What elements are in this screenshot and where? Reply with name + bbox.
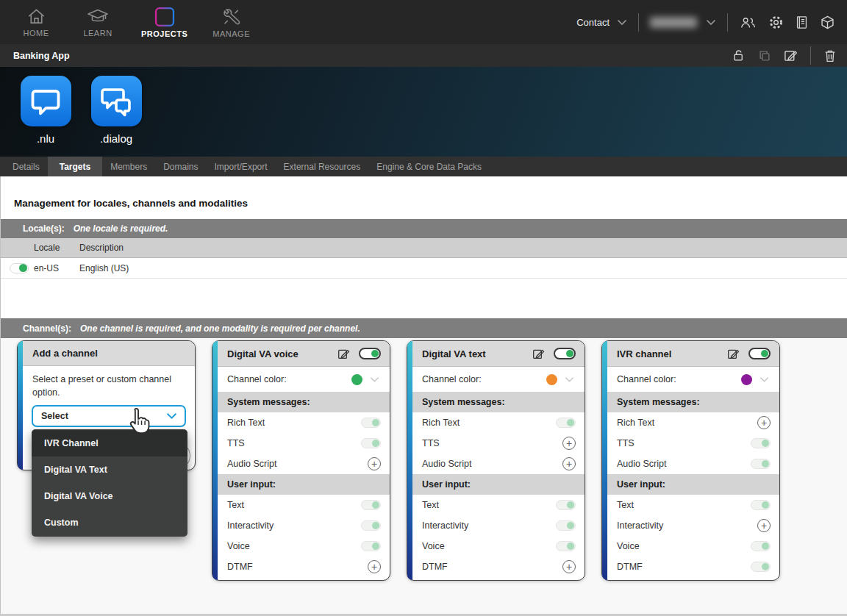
modality-row: Rich Text (212, 412, 390, 433)
modality-control[interactable] (562, 560, 576, 573)
chevron-down-icon (617, 19, 627, 26)
nav-manage[interactable]: MANAGE (212, 7, 250, 38)
chevron-down-icon (706, 19, 716, 26)
channel-preset-select[interactable]: Select (32, 405, 186, 427)
modality-row: Text (212, 495, 390, 515)
modality-control[interactable] (361, 438, 381, 448)
tab-import-export[interactable]: Import/Export (207, 157, 276, 176)
add-channel-title: Add a channel (32, 348, 186, 359)
channel-card-digital-va-voice: Digital VA voice Channel color: System m… (212, 340, 390, 581)
channel-enabled-toggle[interactable] (359, 348, 381, 359)
section-user-input: User input: (212, 474, 390, 495)
locale-enabled-toggle[interactable] (10, 263, 29, 273)
channel-card-ivr: IVR channel Channel color: System messag… (601, 340, 780, 581)
topnav-right: Contact (576, 13, 835, 32)
tab-details[interactable]: Details (4, 157, 48, 176)
edit-channel-button[interactable] (337, 348, 350, 360)
modality-row: Rich Text (407, 412, 585, 433)
edit-channel-button[interactable] (532, 348, 545, 360)
chevron-down-icon (166, 412, 177, 420)
modality-control[interactable] (751, 459, 771, 469)
user-account-menu[interactable] (650, 17, 716, 28)
project-bar: Banking App (0, 44, 847, 67)
modality-row: Audio Script (212, 454, 390, 474)
chevron-down-icon (565, 376, 574, 383)
menu-item-ivr-channel[interactable]: IVR Channel (32, 430, 187, 456)
copy-icon[interactable] (758, 49, 771, 62)
modality-control[interactable] (361, 541, 381, 551)
chevron-down-icon (760, 376, 769, 383)
contact-label: Contact (576, 17, 610, 28)
nlu-app-tile[interactable]: .nlu (20, 76, 71, 157)
package-icon[interactable] (820, 15, 835, 30)
modality-control[interactable] (556, 541, 576, 551)
channel-enabled-toggle[interactable] (554, 348, 576, 359)
menu-item-custom[interactable]: Custom (32, 509, 187, 536)
tab-targets[interactable]: Targets (48, 157, 102, 176)
modality-row: TTS (407, 433, 585, 454)
modality-control[interactable] (751, 438, 771, 448)
section-user-input: User input: (407, 474, 585, 495)
trash-icon[interactable] (823, 49, 837, 63)
select-value: Select (41, 411, 68, 421)
docs-icon[interactable] (795, 15, 809, 30)
modality-control[interactable] (751, 562, 771, 572)
channel-color-label: Channel color: (617, 374, 676, 384)
card-accent-bar (407, 341, 412, 580)
modality-control[interactable] (562, 457, 576, 470)
card-accent-bar (18, 341, 23, 470)
tab-engine-core-data-packs[interactable]: Engine & Core Data Packs (368, 157, 490, 176)
nav-manage-label: MANAGE (212, 29, 250, 38)
modality-control[interactable] (361, 500, 381, 510)
nav-home[interactable]: HOME (18, 7, 54, 38)
modality-row: Audio Script (407, 454, 585, 474)
channel-enabled-toggle[interactable] (748, 348, 771, 359)
modality-control[interactable] (757, 416, 771, 429)
modality-control[interactable] (751, 541, 771, 551)
gear-icon[interactable] (768, 15, 784, 30)
menu-item-digital-va-text[interactable]: Digital VA Text (32, 456, 187, 483)
tab-members[interactable]: Members (102, 157, 155, 176)
edit-icon[interactable] (784, 49, 798, 62)
dialog-app-tile[interactable]: .dialog (90, 76, 142, 157)
modality-row: Interactivity (602, 515, 779, 536)
modality-control[interactable] (757, 519, 771, 532)
modality-control[interactable] (556, 418, 576, 428)
channel-color-row[interactable]: Channel color: (212, 367, 390, 392)
modality-control[interactable] (562, 437, 576, 450)
tab-external-resources[interactable]: External Resources (276, 157, 369, 176)
nav-projects[interactable]: PROJECTS (141, 7, 187, 38)
unlock-icon[interactable] (732, 49, 746, 62)
modality-row: DTMF (602, 556, 779, 577)
modality-control[interactable] (361, 418, 381, 428)
column-description: Description (79, 243, 847, 253)
channel-color-row[interactable]: Channel color: (602, 367, 779, 392)
main-nav: HOME LEARN PROJECTS MANAGE (18, 7, 250, 38)
channel-color-row[interactable]: Channel color: (407, 367, 585, 392)
channel-card-header: Digital VA voice (212, 341, 390, 367)
modality-row: DTMF (212, 556, 390, 577)
channel-card-digital-va-text: Digital VA text Channel color: System me… (407, 340, 585, 581)
channel-color-label: Channel color: (227, 374, 287, 384)
menu-item-digital-va-voice[interactable]: Digital VA Voice (32, 483, 187, 509)
modality-control[interactable] (368, 560, 381, 573)
contact-menu[interactable]: Contact (576, 17, 627, 28)
nav-learn[interactable]: LEARN (79, 7, 116, 38)
edit-channel-button[interactable] (727, 348, 740, 360)
modality-control[interactable] (556, 500, 576, 510)
users-icon[interactable] (739, 15, 757, 30)
modality-control[interactable] (368, 457, 381, 470)
modality-control[interactable] (751, 500, 771, 510)
channel-card-header: Digital VA text (407, 341, 585, 367)
nav-learn-label: LEARN (83, 29, 112, 37)
channels-section-bar: Channel(s): One channel is required, and… (1, 318, 847, 338)
locales-section-bar: Locale(s): One locale is required. (1, 219, 847, 238)
modality-control[interactable] (556, 520, 576, 531)
modality-control[interactable] (361, 520, 381, 531)
user-name-redacted (650, 17, 697, 28)
divider (638, 13, 639, 32)
tab-domains[interactable]: Domains (155, 157, 206, 176)
targets-content: Management for locales, channels and mod… (0, 176, 847, 616)
projects-icon (154, 7, 175, 27)
locales-bar-label: Locale(s): (23, 223, 65, 234)
